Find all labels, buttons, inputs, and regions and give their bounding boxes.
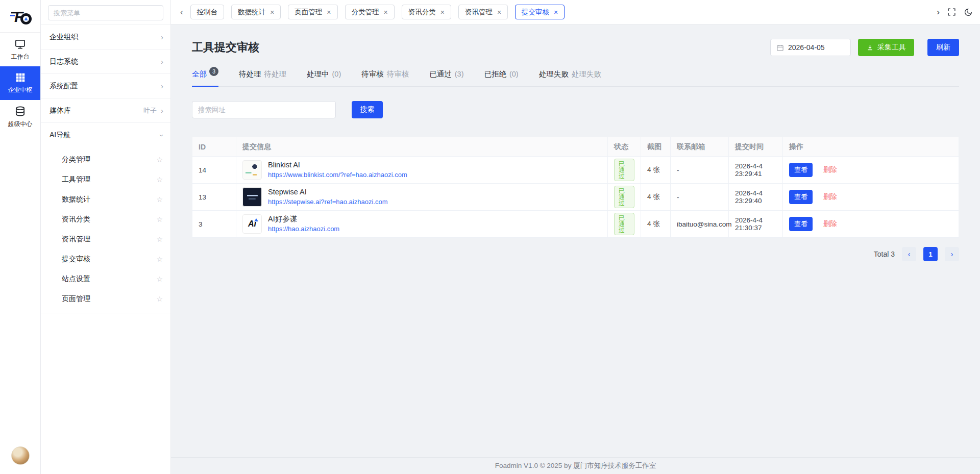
submissions-table: ID 提交信息 状态 截图 联系邮箱 提交时间 操作 14 [192, 137, 959, 238]
view-button[interactable]: 查看 [789, 163, 813, 177]
view-button[interactable]: 查看 [789, 217, 813, 231]
status-filter-tabs: 全部3 待处理待处理 处理中(0) 待审核待审核 已通过(3) 已拒绝(0) 处… [192, 69, 959, 87]
delete-link[interactable]: 删除 [823, 166, 837, 173]
filter-label: 待审核 [361, 70, 384, 78]
prev-page-button[interactable]: ‹ [902, 247, 916, 261]
tab-label: 数据统计 [238, 8, 265, 17]
tool-url-link[interactable]: https://stepwise.ai?ref=hao.aizhaozi.com [268, 197, 388, 207]
cell-screenshots: 4 张 [641, 211, 671, 238]
chevron-right-icon: › [161, 82, 163, 90]
close-icon[interactable]: × [440, 9, 445, 16]
rail-item-enterprise-hub[interactable]: 企业中枢 [0, 66, 40, 100]
view-button[interactable]: 查看 [789, 190, 813, 204]
tabs-scroll-left-icon[interactable]: ‹ [178, 7, 185, 17]
col-actions: 操作 [783, 137, 959, 157]
filter-rejected[interactable]: 已拒绝(0) [484, 69, 518, 86]
filter-failed[interactable]: 处理失败处理失败 [539, 69, 601, 86]
tabbar: ‹ 控制台 数据统计 × 页面管理 × 分类管理 × 资讯分类 × 资讯管理 [171, 0, 980, 24]
tab-news-mgmt[interactable]: 资讯管理 × [458, 5, 508, 19]
tab-label: 资讯管理 [465, 8, 493, 17]
tabs-scroll-right-icon[interactable]: › [937, 7, 940, 17]
rail-item-label: 超级中心 [8, 120, 33, 129]
sidebar-subitem-tool-mgmt[interactable]: 工具管理 ☆ [41, 169, 170, 189]
star-icon[interactable]: ☆ [156, 255, 163, 263]
url-search-input[interactable] [192, 101, 336, 118]
sidebar-item-ai-nav[interactable]: AI导航 › [41, 123, 170, 147]
tab-data-stats[interactable]: 数据统计 × [231, 5, 281, 19]
close-icon[interactable]: × [327, 9, 331, 16]
col-email: 联系邮箱 [671, 137, 729, 157]
user-avatar[interactable] [11, 446, 30, 465]
refresh-button[interactable]: 刷新 [927, 39, 959, 56]
sidebar-item-media-library[interactable]: 媒体库 叶子 › [41, 98, 170, 123]
tabbar-actions: › [937, 7, 973, 17]
close-icon[interactable]: × [384, 9, 388, 16]
filter-processing[interactable]: 处理中(0) [307, 69, 341, 86]
star-icon[interactable]: ☆ [156, 275, 163, 283]
filter-approved[interactable]: 已通过(3) [429, 69, 463, 86]
tab-label: 页面管理 [295, 8, 322, 17]
tool-url-link[interactable]: https://hao.aizhaozi.com [268, 224, 339, 234]
col-submission-info: 提交信息 [236, 137, 608, 157]
tool-name: Stepwise AI [268, 187, 388, 197]
star-icon[interactable]: ☆ [156, 235, 163, 243]
footer: Foadmin V1.0 © 2025 by 厦门市知序技术服务工作室 [171, 457, 980, 474]
fullscreen-icon[interactable] [947, 8, 956, 16]
tab-news-category[interactable]: 资讯分类 × [402, 5, 451, 19]
dark-mode-moon-icon[interactable] [964, 8, 973, 17]
collect-tools-button[interactable]: 采集工具 [858, 39, 914, 56]
sidebar-item-label: 日志系统 [50, 57, 78, 66]
tab-submission-review[interactable]: 提交审核 × [515, 5, 565, 19]
page-1-button[interactable]: 1 [923, 247, 938, 261]
sidebar-subitem-data-stats[interactable]: 数据统计 ☆ [41, 189, 170, 209]
tab-page-mgmt[interactable]: 页面管理 × [288, 5, 337, 19]
sidebar-subitem-category-mgmt[interactable]: 分类管理 ☆ [41, 149, 170, 169]
star-icon[interactable]: ☆ [156, 215, 163, 223]
tab-label: 控制台 [197, 8, 218, 17]
filter-suffix: (0) [332, 70, 341, 78]
sidebar-item-log-system[interactable]: 日志系统 › [41, 49, 170, 74]
cell-screenshots: 4 张 [641, 157, 671, 184]
star-icon[interactable]: ☆ [156, 156, 163, 164]
sidebar-item-label: 企业组织 [50, 33, 78, 42]
star-icon[interactable]: ☆ [156, 176, 163, 184]
filter-all[interactable]: 全部3 [192, 69, 218, 86]
sidebar-item-label: 媒体库 [50, 106, 71, 115]
filter-pending[interactable]: 待处理待处理 [239, 69, 286, 86]
sidebar-subitem-news-category[interactable]: 资讯分类 ☆ [41, 209, 170, 229]
table-row: 13 Stepwise AI https://stepwise.ai?ref=h… [192, 184, 959, 211]
search-button[interactable]: 搜索 [352, 101, 383, 118]
star-icon[interactable]: ☆ [156, 295, 163, 303]
sidebar-item-enterprise-org[interactable]: 企业组织 › [41, 25, 170, 49]
menu-search-input[interactable] [48, 5, 163, 20]
tab-label: 资讯分类 [408, 8, 436, 17]
tab-console[interactable]: 控制台 [190, 5, 225, 19]
next-page-button[interactable]: › [945, 247, 959, 261]
cell-email: - [671, 157, 729, 184]
sidebar-subitem-news-mgmt[interactable]: 资讯管理 ☆ [41, 229, 170, 249]
sidebar-subitem-page-mgmt[interactable]: 页面管理 ☆ [41, 289, 170, 309]
delete-link[interactable]: 删除 [823, 220, 837, 228]
tab-category-mgmt[interactable]: 分类管理 × [345, 5, 395, 19]
app-logo[interactable]: F [0, 0, 40, 33]
sidebar-item-system-config[interactable]: 系统配置 › [41, 74, 170, 98]
star-icon[interactable]: ☆ [156, 195, 163, 204]
close-icon[interactable]: × [554, 9, 558, 16]
rail-item-super-center[interactable]: 超级中心 [0, 100, 40, 134]
url-search-row: 搜索 [192, 101, 959, 118]
rail-item-workbench[interactable]: 工作台 [0, 33, 40, 66]
close-icon[interactable]: × [497, 9, 501, 16]
tool-url-link[interactable]: https://www.blinkist.com/?ref=hao.aizhao… [268, 170, 407, 180]
subitem-label: 数据统计 [62, 195, 90, 204]
delete-link[interactable]: 删除 [823, 193, 837, 201]
pagination: Total 3 ‹ 1 › [192, 247, 959, 261]
count-badge: 3 [209, 67, 218, 76]
close-icon[interactable]: × [270, 9, 274, 16]
sidebar-subitem-submission-review[interactable]: 提交审核 ☆ [41, 249, 170, 269]
filter-label: 处理中 [307, 70, 329, 78]
date-picker[interactable]: 2026-04-05 [770, 39, 851, 56]
sidebar-subitem-site-settings[interactable]: 站点设置 ☆ [41, 269, 170, 289]
filter-awaiting-review[interactable]: 待审核待审核 [361, 69, 409, 86]
chevron-down-icon: › [158, 134, 166, 137]
page-title: 工具提交审核 [192, 40, 259, 55]
